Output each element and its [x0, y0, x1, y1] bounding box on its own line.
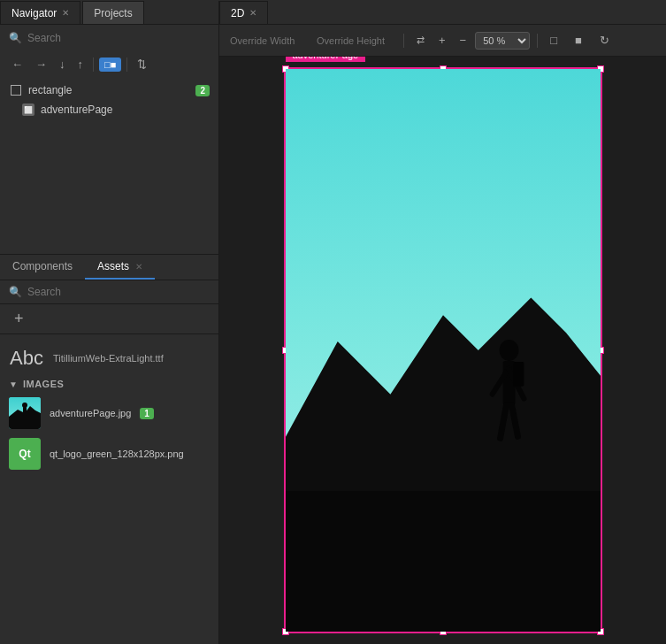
tab-navigator-label: Navigator [11, 7, 57, 19]
images-section-header[interactable]: ▼ IMAGES [0, 375, 218, 393]
qt-logo-text: Qt [19, 448, 30, 460]
toolbar-separator-2 [126, 58, 127, 72]
adventure-scene-svg [286, 69, 601, 632]
nav-sort-button[interactable]: ⇅ [133, 55, 151, 73]
assets-add-toolbar: + [0, 304, 218, 334]
tree-item-rectangle-icon [9, 83, 23, 97]
toolbar-separator [93, 58, 94, 72]
nav-back-button[interactable]: ← [7, 55, 27, 73]
fit-button[interactable]: □ [545, 31, 563, 50]
images-section-title: IMAGES [23, 379, 64, 389]
assets-add-button[interactable]: + [9, 308, 29, 330]
qt-thumbnail: Qt [9, 438, 41, 470]
assets-search-icon: 🔍 [9, 286, 22, 298]
top-tab-bar: Navigator ✕ Projects 2D ✕ [0, 0, 666, 25]
zoom-controls: ⇄ + − 50 % 25 % 75 % 100 % [411, 31, 530, 50]
nav-toggle-button[interactable]: □■ [99, 58, 121, 72]
tab-components-label: Components [12, 260, 73, 272]
tab-assets-label: Assets [97, 260, 129, 272]
tree-item-adventurepage-icon: ⬜ [21, 103, 35, 117]
search-icon: 🔍 [9, 32, 22, 44]
adventure-thumb-graphic [9, 397, 41, 429]
override-height-input[interactable] [317, 35, 396, 46]
tab-navigator[interactable]: Navigator ✕ [0, 1, 80, 24]
tree-item-rectangle-label: rectangle [28, 84, 190, 96]
nav-up-button[interactable]: ↑ [73, 55, 88, 73]
svg-point-3 [22, 402, 27, 408]
canvas-toolbar-sep-2 [537, 34, 538, 48]
nav-forward-button[interactable]: → [31, 55, 51, 73]
navigator-section: 🔍 ← → ↓ ↑ □■ ⇅ re [0, 25, 218, 255]
svg-point-7 [499, 340, 518, 361]
font-preview-icon: Abc [9, 347, 44, 370]
assets-search-bar: 🔍 [0, 280, 218, 304]
navigator-search-input[interactable] [27, 32, 210, 44]
font-item[interactable]: Abc TitilliumWeb-ExtraLight.ttf [0, 341, 218, 375]
assets-search-input[interactable] [27, 286, 210, 298]
image-item-qt[interactable]: Qt qt_logo_green_128x128px.png [0, 433, 218, 474]
font-name-label: TitilliumWeb-ExtraLight.ttf [53, 353, 164, 364]
adventure-image-name: adventurePage.jpg [50, 408, 131, 418]
design-canvas: adventurePage [284, 67, 602, 633]
main-layout: 🔍 ← → ↓ ↑ □■ ⇅ re [0, 25, 666, 644]
svg-rect-6 [286, 491, 601, 632]
swap-icon-button[interactable]: ⇄ [411, 32, 430, 49]
tab-2d[interactable]: 2D ✕ [219, 1, 268, 24]
canvas-toolbar-sep-1 [403, 34, 404, 48]
nav-down-button[interactable]: ↓ [55, 55, 70, 73]
adventure-page-label: adventurePage [286, 57, 366, 62]
adventure-image-badge: 1 [140, 408, 154, 419]
assets-section: Components Assets ✕ 🔍 + Abc [0, 255, 218, 644]
canvas-toolbar: ⇄ + − 50 % 25 % 75 % 100 % □ ■ ↻ [219, 25, 666, 57]
reset-button[interactable]: ■ [570, 31, 587, 50]
image-item-adventure[interactable]: adventurePage.jpg 1 [0, 393, 218, 433]
tree-item-rectangle[interactable]: rectangle 2 [0, 80, 218, 100]
canvas-viewport[interactable]: adventurePage [219, 57, 666, 644]
adventure-image-content [286, 69, 601, 632]
tab-2d-close[interactable]: ✕ [249, 8, 256, 18]
tab-2d-label: 2D [231, 7, 244, 19]
tab-projects[interactable]: Projects [82, 1, 143, 24]
zoom-select[interactable]: 50 % 25 % 75 % 100 % [475, 32, 530, 50]
refresh-button[interactable]: ↻ [594, 31, 615, 50]
tree-item-adventurepage-label: adventurePage [41, 104, 210, 116]
adventure-page-frame[interactable]: adventurePage [284, 67, 602, 633]
qt-image-name: qt_logo_green_128x128px.png [50, 448, 184, 459]
zoom-out-button[interactable]: − [455, 31, 472, 50]
zoom-in-button[interactable]: + [433, 31, 451, 50]
tree-area: rectangle 2 ⬜ adventurePage [0, 77, 218, 254]
adventure-thumb-svg [9, 397, 41, 429]
qt-thumb-graphic: Qt [9, 438, 41, 470]
assets-list: Abc TitilliumWeb-ExtraLight.ttf ▼ IMAGES [0, 334, 218, 644]
image-node-icon: ⬜ [22, 104, 34, 116]
images-arrow-icon: ▼ [9, 380, 18, 389]
rectangle-shape-icon [11, 85, 21, 96]
tree-item-adventurepage[interactable]: ⬜ adventurePage [0, 100, 218, 119]
override-width-input[interactable] [230, 35, 310, 46]
tab-assets-close[interactable]: ✕ [135, 262, 142, 272]
tab-assets[interactable]: Assets ✕ [85, 255, 155, 280]
svg-rect-13 [513, 362, 524, 387]
tab-components[interactable]: Components [0, 255, 85, 280]
navigator-search-bar: 🔍 [0, 25, 218, 51]
canvas-area: ⇄ + − 50 % 25 % 75 % 100 % □ ■ ↻ [219, 25, 666, 644]
tab-projects-label: Projects [94, 7, 132, 19]
adventure-thumbnail [9, 397, 41, 429]
tab-navigator-close[interactable]: ✕ [62, 8, 69, 18]
navigator-toolbar: ← → ↓ ↑ □■ ⇅ [0, 51, 218, 77]
sidebar: 🔍 ← → ↓ ↑ □■ ⇅ re [0, 25, 219, 644]
assets-tab-row: Components Assets ✕ [0, 255, 218, 280]
tree-item-rectangle-badge: 2 [195, 85, 210, 96]
